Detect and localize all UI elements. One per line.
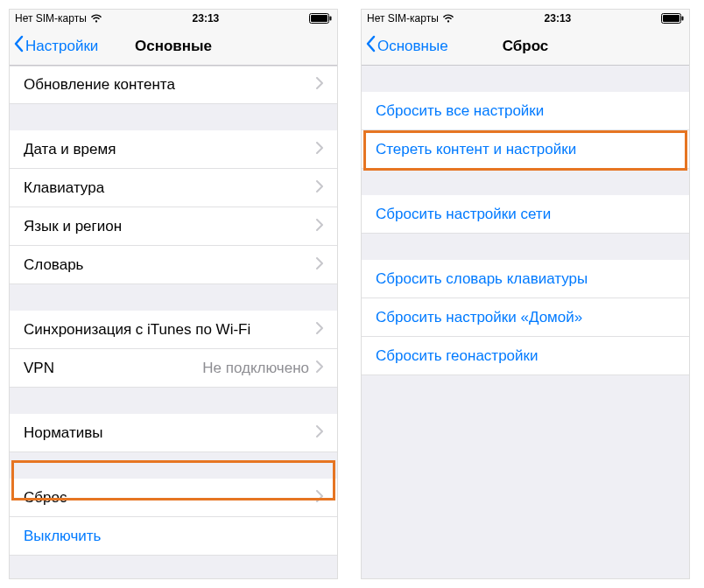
reset-list: Сбросить все настройки Стереть контент и… [362, 66, 689, 375]
row-dictionary[interactable]: Словарь [10, 246, 337, 284]
svg-rect-5 [682, 17, 684, 21]
row-label: Клавиатура [24, 179, 316, 197]
back-button[interactable]: Настройки [10, 35, 98, 57]
row-reset[interactable]: Сброс [10, 479, 337, 517]
row-label: Синхронизация с iTunes по Wi-Fi [24, 321, 316, 339]
chevron-right-icon [316, 141, 323, 158]
svg-rect-1 [311, 15, 327, 22]
back-label: Настройки [25, 38, 98, 55]
phone-reset-settings: Нет SIM-карты 23:13 Основные Сброс Сброс… [361, 9, 690, 579]
row-lang-region[interactable]: Язык и регион [10, 207, 337, 246]
row-reset-keyboard-dict[interactable]: Сбросить словарь клавиатуры [362, 260, 689, 298]
row-detail: Не подключено [202, 360, 309, 377]
row-itunes-wifi[interactable]: Синхронизация с iTunes по Wi-Fi [10, 311, 337, 349]
chevron-right-icon [316, 256, 323, 274]
row-label: Сбросить все настройки [376, 102, 675, 120]
chevron-right-icon [316, 321, 323, 339]
settings-list: Обновление контента Дата и время Клавиат… [10, 66, 337, 556]
back-label: Основные [377, 38, 448, 55]
row-label: Язык и регион [24, 218, 316, 235]
chevron-left-icon [13, 35, 25, 57]
chevron-left-icon [365, 35, 377, 57]
battery-icon [661, 13, 684, 24]
group-gap [362, 66, 689, 92]
nav-bar: Основные Сброс [362, 27, 689, 66]
row-shutdown[interactable]: Выключить [10, 517, 337, 556]
chevron-right-icon [316, 218, 323, 235]
row-reset-network[interactable]: Сбросить настройки сети [362, 195, 689, 234]
row-keyboard[interactable]: Клавиатура [10, 169, 337, 207]
group-gap [10, 284, 337, 311]
battery-icon [309, 13, 332, 24]
row-vpn[interactable]: VPN Не подключено [10, 349, 337, 388]
row-label: VPN [24, 360, 202, 377]
status-bar: Нет SIM-карты 23:13 [10, 10, 337, 27]
row-date-time[interactable]: Дата и время [10, 130, 337, 169]
back-button[interactable]: Основные [362, 35, 448, 57]
row-reset-home[interactable]: Сбросить настройки «Домой» [362, 298, 689, 337]
row-label: Сбросить настройки «Домой» [376, 309, 675, 326]
group-gap [10, 388, 337, 414]
group-gap [10, 104, 337, 130]
wifi-icon [90, 14, 102, 23]
row-reset-location[interactable]: Сбросить геонастройки [362, 337, 689, 375]
chevron-right-icon [316, 360, 323, 377]
row-label: Нормативы [24, 424, 316, 442]
row-label: Словарь [24, 256, 316, 274]
row-erase-content-settings[interactable]: Стереть контент и настройки [362, 130, 689, 169]
group-gap [362, 169, 689, 195]
row-label: Обновление контента [24, 76, 316, 94]
chevron-right-icon [316, 489, 323, 507]
wifi-icon [442, 14, 454, 23]
nav-bar: Настройки Основные [10, 27, 337, 66]
group-gap [362, 234, 689, 260]
status-bar: Нет SIM-карты 23:13 [362, 10, 689, 27]
row-label: Дата и время [24, 141, 316, 158]
row-label: Сбросить настройки сети [376, 206, 675, 223]
row-reset-all-settings[interactable]: Сбросить все настройки [362, 92, 689, 130]
status-time: 23:13 [545, 12, 572, 24]
carrier-text: Нет SIM-карты [15, 12, 87, 24]
row-regulatory[interactable]: Нормативы [10, 414, 337, 452]
chevron-right-icon [316, 179, 323, 197]
row-label: Выключить [24, 528, 323, 545]
chevron-right-icon [316, 76, 323, 94]
status-time: 23:13 [193, 12, 220, 24]
svg-rect-4 [663, 15, 679, 22]
row-label: Сбросить словарь клавиатуры [376, 270, 675, 288]
row-content-update[interactable]: Обновление контента [10, 66, 337, 104]
row-label: Стереть контент и настройки [376, 141, 675, 158]
chevron-right-icon [316, 424, 323, 442]
svg-rect-2 [330, 17, 332, 21]
group-gap [10, 452, 337, 479]
row-label: Сбросить геонастройки [376, 347, 675, 365]
carrier-text: Нет SIM-карты [367, 12, 439, 24]
phone-general-settings: Нет SIM-карты 23:13 Настройки Основные О… [9, 9, 338, 579]
row-label: Сброс [24, 489, 316, 507]
